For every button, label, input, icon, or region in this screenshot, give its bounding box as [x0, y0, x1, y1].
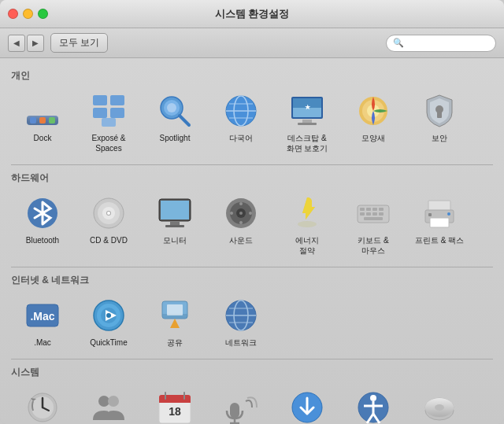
svg-point-47: [249, 212, 252, 215]
monitor-icon: [156, 194, 194, 232]
language-label: 다국어: [229, 133, 253, 143]
traffic-lights: [8, 9, 48, 19]
svg-point-85: [108, 396, 119, 407]
icon-monitor[interactable]: 모니터: [143, 191, 206, 259]
icon-dock[interactable]: Dock: [11, 89, 74, 157]
icon-cddvd[interactable]: CD & DVD: [77, 191, 140, 259]
svg-rect-62: [428, 213, 432, 216]
svg-rect-2: [30, 117, 36, 124]
divider-hardware: [11, 164, 493, 165]
print-icon: [421, 194, 458, 232]
svg-point-48: [298, 221, 317, 227]
search-icon: 🔍: [393, 38, 404, 48]
section-title-system: 시스템: [11, 366, 493, 379]
search-input[interactable]: [406, 38, 489, 49]
system-grid: Time Machine 계정: [11, 385, 493, 424]
icon-expose[interactable]: Exposé &Spaces: [77, 89, 140, 157]
language-icon: [222, 92, 260, 130]
svg-rect-50: [360, 208, 365, 211]
window-title: 시스템 환경설정: [215, 7, 290, 21]
section-title-personal: 개인: [11, 69, 493, 83]
icon-energy[interactable]: 에너지절약: [276, 191, 339, 259]
forward-button[interactable]: ▶: [27, 35, 44, 52]
back-button[interactable]: ◀: [8, 35, 25, 52]
energy-label: 에너지절약: [295, 235, 319, 256]
icon-speech[interactable]: 말하기: [209, 385, 272, 424]
icon-sound[interactable]: 사운드: [209, 191, 272, 259]
icon-datetime[interactable]: 18 날짜와 시간: [143, 385, 206, 424]
desktop-icon: ★: [288, 92, 326, 130]
mac-icon: .Mac: [24, 297, 61, 334]
svg-text:.Mac: .Mac: [30, 310, 54, 323]
nav-buttons: ◀ ▶: [8, 35, 44, 52]
keyboard-label: 키보드 &마우스: [358, 235, 388, 256]
minimize-button[interactable]: [23, 9, 33, 19]
icon-softwareupdate[interactable]: 소프트웨어업데이트: [276, 385, 339, 424]
svg-rect-39: [165, 225, 184, 227]
svg-rect-23: [298, 123, 317, 125]
svg-rect-51: [366, 208, 371, 211]
svg-rect-88: [159, 400, 191, 403]
softwareupdate-icon: [288, 389, 326, 424]
icon-desktop[interactable]: ★ 데스크탑 &화면 보호기: [276, 89, 339, 157]
svg-rect-3: [39, 117, 46, 124]
cddvd-label: CD & DVD: [90, 235, 128, 245]
mac-label: .Mac: [34, 337, 51, 348]
svg-point-63: [447, 212, 450, 216]
bluetooth-icon: [24, 194, 61, 232]
icon-accounts[interactable]: 계정: [77, 385, 140, 424]
svg-rect-38: [170, 222, 180, 225]
icon-sharing[interactable]: 공유: [143, 293, 206, 351]
svg-point-35: [107, 212, 110, 215]
accounts-icon: [90, 389, 128, 424]
close-button[interactable]: [8, 9, 18, 19]
icon-security[interactable]: 보안: [408, 89, 471, 157]
speech-icon: [222, 389, 260, 424]
icon-keyboard[interactable]: 키보드 &마우스: [342, 191, 405, 259]
svg-point-45: [239, 221, 243, 224]
icon-spotlight[interactable]: Spotlight: [143, 89, 206, 157]
svg-text:★: ★: [305, 104, 311, 111]
svg-point-84: [98, 396, 109, 407]
expose-label: Exposé &Spaces: [92, 133, 126, 153]
svg-rect-4: [49, 117, 55, 124]
icon-universalaccess[interactable]: 손쉬운 사용: [342, 385, 405, 424]
personal-grid: Dock Exposé &Spaces: [11, 89, 493, 157]
icon-startdisk[interactable]: 시동 디스크: [408, 385, 471, 424]
icon-print[interactable]: 프린트 & 팩스: [408, 191, 471, 259]
icon-timemachine[interactable]: Time Machine: [11, 385, 74, 424]
divider-internet: [11, 267, 493, 267]
cddvd-icon: [90, 194, 128, 232]
appearance-label: 모양새: [361, 133, 385, 143]
svg-point-44: [239, 202, 243, 205]
svg-text:18: 18: [169, 405, 181, 418]
svg-rect-53: [379, 208, 384, 211]
icon-appearance[interactable]: 모양새: [342, 89, 405, 157]
icon-mac[interactable]: .Mac .Mac: [11, 293, 74, 351]
svg-rect-57: [379, 212, 384, 216]
maximize-button[interactable]: [38, 9, 48, 19]
svg-line-13: [180, 116, 189, 125]
sharing-label: 공유: [167, 337, 183, 348]
sharing-icon: [156, 297, 194, 334]
sound-label: 사운드: [229, 235, 253, 245]
quicktime-label: QuickTime: [90, 337, 127, 348]
startdisk-icon: [421, 389, 458, 424]
icon-quicktime[interactable]: QuickTime: [77, 293, 140, 351]
svg-rect-7: [93, 108, 107, 118]
svg-rect-37: [161, 201, 189, 219]
icon-network[interactable]: 네트워크: [209, 293, 272, 351]
icon-language[interactable]: 다국어: [209, 89, 272, 157]
titlebar: 시스템 환경설정: [0, 0, 504, 28]
search-box[interactable]: 🔍: [386, 35, 496, 52]
svg-marker-72: [170, 319, 180, 328]
svg-rect-58: [364, 217, 383, 220]
section-title-internet: 인터넷 & 네트워크: [11, 274, 493, 287]
svg-rect-22: [302, 120, 312, 123]
show-all-button[interactable]: 모두 보기: [50, 33, 108, 53]
desktop-label: 데스크탑 &화면 보호기: [287, 133, 328, 153]
system-preferences-window: 시스템 환경설정 ◀ ▶ 모두 보기 🔍 개인: [0, 0, 504, 424]
svg-point-70: [106, 313, 111, 318]
dock-label: Dock: [34, 133, 52, 143]
icon-bluetooth[interactable]: Bluetooth: [11, 191, 74, 259]
